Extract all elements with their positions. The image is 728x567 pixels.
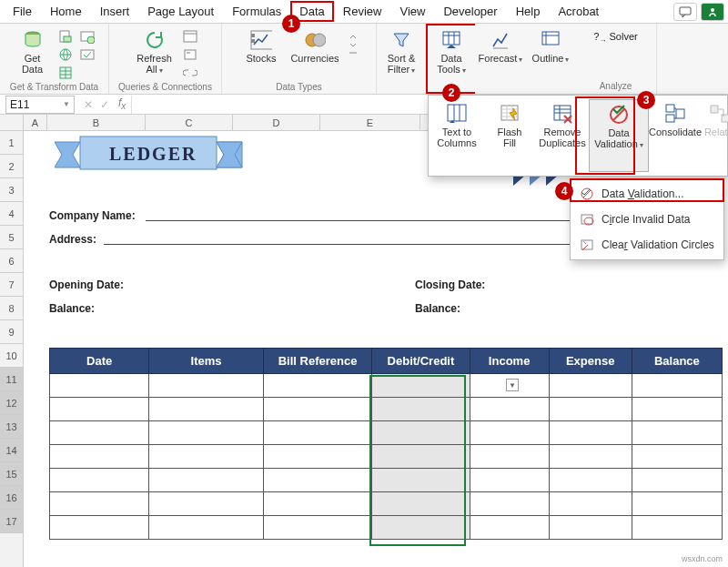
ledger-table: Date Items Bill Reference Debit/Credit I… — [49, 348, 723, 540]
table-row[interactable] — [50, 398, 723, 421]
table-row[interactable] — [50, 516, 723, 540]
refresh-all-button[interactable]: Refresh All — [131, 27, 177, 77]
recent-sources-icon[interactable] — [80, 29, 95, 44]
col-D[interactable]: D — [233, 115, 320, 130]
name-box-value: E11 — [10, 98, 29, 111]
tab-help[interactable]: Help — [507, 1, 550, 22]
menu-data-validation[interactable]: Data Validation... — [571, 181, 723, 207]
properties-icon[interactable] — [183, 47, 197, 62]
row-16[interactable]: 16 — [0, 486, 23, 510]
circle-invalid-icon — [580, 212, 594, 227]
svg-point-1 — [711, 8, 714, 12]
from-table-icon[interactable] — [58, 66, 73, 80]
comments-button[interactable] — [673, 3, 697, 21]
get-data-button[interactable]: Get Data — [13, 27, 53, 76]
tab-file[interactable]: File — [4, 1, 41, 22]
tab-insert[interactable]: Insert — [91, 1, 139, 22]
text-to-columns-icon — [446, 103, 468, 125]
table-row[interactable] — [50, 445, 723, 469]
menu-clear-circles[interactable]: Clear Validation Circles — [571, 232, 723, 258]
svg-rect-31 — [666, 105, 674, 112]
from-web-icon[interactable] — [58, 47, 73, 62]
queries-icon[interactable] — [183, 29, 197, 44]
tab-home[interactable]: Home — [41, 1, 91, 22]
enter-icon[interactable]: ✓ — [96, 98, 113, 111]
data-validation-button[interactable]: Data Validation — [589, 99, 649, 172]
cancel-icon[interactable]: ✕ — [80, 98, 96, 111]
row-2[interactable]: 2 — [0, 155, 23, 178]
tab-review[interactable]: Review — [334, 1, 391, 22]
svg-rect-14 — [251, 34, 255, 37]
row-10[interactable]: 10 — [0, 344, 23, 368]
row-6[interactable]: 6 — [0, 249, 23, 273]
col-B[interactable]: B — [47, 115, 146, 130]
row-7[interactable]: 7 — [0, 273, 23, 297]
row-11[interactable]: 11 — [0, 368, 23, 391]
remove-duplicates-button[interactable]: Remove Duplicates — [536, 99, 589, 172]
data-tools-button[interactable]: Data Tools — [431, 27, 471, 77]
currencies-button[interactable]: Currencies — [285, 27, 344, 66]
tab-view[interactable]: View — [390, 1, 434, 22]
callout-4: 4 — [555, 182, 573, 200]
cell-dropdown-handle[interactable]: ▼ — [506, 379, 519, 391]
relationships-button: Relatio — [702, 99, 728, 172]
outline-button[interactable]: Outline — [527, 27, 575, 66]
table-row[interactable] — [50, 421, 723, 445]
table-row[interactable] — [50, 492, 723, 516]
row-5[interactable]: 5 — [0, 226, 23, 249]
row-13[interactable]: 13 — [0, 415, 23, 439]
row-9[interactable]: 9 — [0, 320, 23, 344]
svg-rect-35 — [722, 115, 728, 122]
tab-formulas[interactable]: Formulas — [223, 1, 290, 22]
row-15[interactable]: 15 — [0, 462, 23, 486]
row-1[interactable]: 1 — [0, 131, 23, 155]
consolidate-label: Consolidate — [649, 127, 702, 137]
row-8[interactable]: 8 — [0, 297, 23, 320]
data-validation-menu: Data Validation... Circle Invalid Data C… — [570, 178, 724, 260]
row-3[interactable]: 3 — [0, 178, 23, 202]
text-to-columns-button[interactable]: Text to Columns — [430, 99, 483, 172]
col-A[interactable]: A — [24, 115, 47, 130]
tab-acrobat[interactable]: Acrobat — [549, 1, 608, 22]
row-4[interactable]: 4 — [0, 202, 23, 226]
svg-rect-18 — [443, 32, 460, 45]
stocks-button[interactable]: Stocks — [240, 27, 281, 66]
share-button[interactable] — [701, 3, 724, 21]
chevron-up-down-icon — [349, 31, 358, 60]
table-row[interactable] — [50, 469, 723, 492]
tab-developer[interactable]: Developer — [434, 1, 506, 22]
tab-page-layout[interactable]: Page Layout — [138, 1, 223, 22]
select-all-corner[interactable] — [0, 115, 24, 130]
forecast-button[interactable]: Forecast — [473, 27, 529, 66]
table-row[interactable] — [50, 374, 723, 398]
th-debit-credit: Debit/Credit — [372, 349, 470, 374]
callout-1: 1 — [282, 15, 300, 33]
svg-rect-11 — [185, 50, 196, 59]
get-data-label: Get Data — [22, 53, 43, 75]
menu-clear-circles-label: Clear Validation Circles — [602, 238, 714, 251]
from-text-icon[interactable] — [58, 29, 73, 44]
label-balance-1: Balance: — [49, 302, 95, 315]
data-types-nav[interactable] — [349, 31, 358, 63]
fx-icon[interactable]: fx — [113, 96, 131, 111]
svg-rect-9 — [81, 50, 94, 59]
forecast-label: Forecast — [479, 53, 523, 65]
sort-filter-button[interactable]: Sort & Filter — [381, 27, 421, 77]
currencies-label: Currencies — [290, 53, 339, 64]
col-C[interactable]: C — [146, 115, 233, 130]
solver-button[interactable]: ?→ Solver — [592, 27, 639, 48]
edit-links-icon[interactable] — [183, 66, 197, 80]
col-E[interactable]: E — [320, 115, 420, 130]
label-close-date: Closing Date: — [415, 278, 485, 291]
callout-2: 2 — [442, 84, 460, 102]
row-17[interactable]: 17 — [0, 510, 23, 533]
row-12[interactable]: 12 — [0, 391, 23, 415]
row-14[interactable]: 14 — [0, 439, 23, 462]
consolidate-button[interactable]: Consolidate — [649, 99, 702, 172]
menu-circle-invalid[interactable]: Circle Invalid Data — [571, 207, 723, 232]
data-validation-label: Data Validation — [594, 127, 643, 150]
existing-conn-icon[interactable] — [80, 47, 95, 62]
flash-fill-button[interactable]: Flash Fill — [483, 99, 536, 172]
th-items: Items — [149, 349, 264, 374]
name-box[interactable]: E11 ▼ — [5, 96, 75, 114]
